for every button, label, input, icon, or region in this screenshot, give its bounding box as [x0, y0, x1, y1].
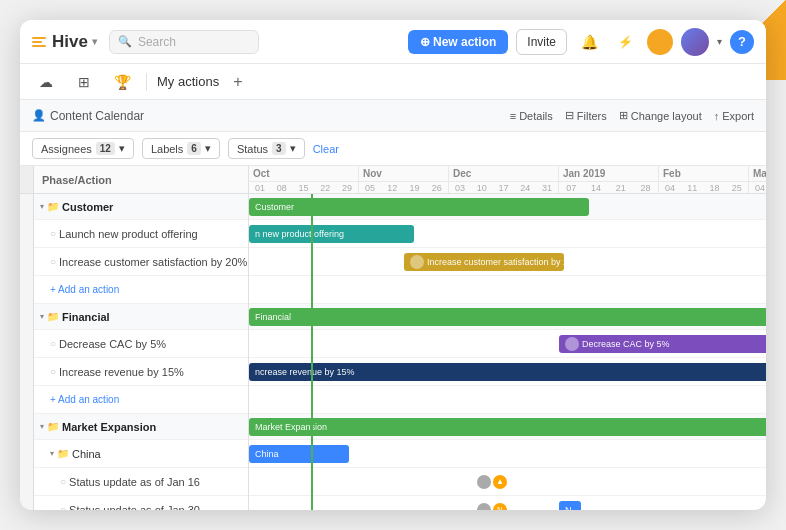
action-label: Status update as of Jan 16 [69, 476, 200, 488]
tasks-icon[interactable]: 🏆 [108, 71, 136, 93]
assignees-chevron-icon: ▾ [119, 142, 125, 155]
notification-icon[interactable]: ⚡ [611, 28, 639, 56]
search-input[interactable]: Search [138, 35, 176, 49]
gantt-bar[interactable]: Decrease CAC by 5% [559, 335, 766, 353]
add-action-button[interactable]: + Add an action [50, 394, 119, 405]
invite-button[interactable]: Invite [516, 29, 567, 55]
labels-filter[interactable]: Labels 6 ▾ [142, 138, 220, 159]
gantt-right-row: NN [249, 496, 766, 510]
status-filter[interactable]: Status 3 ▾ [228, 138, 305, 159]
group-label: Market Expansion [62, 421, 156, 433]
gantt-right-row: ncrease revenue by 15% [249, 358, 766, 386]
row-avatars: N [477, 503, 507, 511]
status-count: 3 [272, 142, 286, 155]
app-logo[interactable]: Hive ▾ [32, 32, 97, 52]
bar-label: Market Expansion [255, 422, 327, 432]
gantt-left-row: ▾📁Customer [34, 194, 248, 220]
grid-icon[interactable]: ⊞ [70, 71, 98, 93]
logo-line-2 [32, 41, 42, 43]
assignees-filter[interactable]: Assignees 12 ▾ [32, 138, 134, 159]
gantt-phase-header: Phase/Action [34, 166, 249, 193]
bar-label: Decrease CAC by 5% [582, 339, 670, 349]
navbar: Hive ▾ 🔍 Search ⊕ New action Invite 🔔 ⚡ … [20, 20, 766, 64]
group-label: Financial [62, 311, 110, 323]
add-tab-button[interactable]: + [229, 73, 246, 91]
assignees-label: Assignees [41, 143, 92, 155]
labels-chevron-icon: ▾ [205, 142, 211, 155]
new-action-button[interactable]: ⊕ New action [408, 30, 509, 54]
status-chevron-icon: ▾ [290, 142, 296, 155]
gantt-bar[interactable]: Market Expansion [249, 418, 766, 436]
gantt-bar[interactable]: ncrease revenue by 15% [249, 363, 766, 381]
month-col-Nov: Nov05121926 [359, 166, 449, 193]
app-title: Hive [52, 32, 88, 52]
bar-avatar [565, 337, 579, 351]
month-col-Dec: Dec0310172431 [449, 166, 559, 193]
logo-chevron-icon: ▾ [92, 36, 97, 47]
details-button[interactable]: ≡ Details [510, 110, 553, 122]
help-button[interactable]: ? [730, 30, 754, 54]
cloud-icon[interactable]: ☁ [32, 71, 60, 93]
gantt-bar[interactable]: Financial [249, 308, 766, 326]
month-col-Jan-2019: Jan 201907142128 [559, 166, 659, 193]
avatar-chevron-icon[interactable]: ▾ [717, 36, 722, 47]
gantt-left-row: ▾📁Financial [34, 304, 248, 330]
gantt-container: Phase/Action Oct0108152229Nov05121926Dec… [20, 166, 766, 510]
avatar[interactable] [681, 28, 709, 56]
toolbar-divider [146, 73, 147, 91]
details-icon: ≡ [510, 110, 516, 122]
month-col-Mar: Mar04111825 [749, 166, 766, 193]
action-label: Decrease CAC by 5% [59, 338, 166, 350]
bar-label: Increase customer satisfaction by 20% [427, 257, 564, 267]
gantt-bar[interactable]: Customer [249, 198, 589, 216]
gantt-right-row: Market Expansion [249, 414, 766, 440]
gantt-bar[interactable]: Increase customer satisfaction by 20% [404, 253, 564, 271]
search-box[interactable]: 🔍 Search [109, 30, 259, 54]
labels-label: Labels [151, 143, 183, 155]
app-window: Hive ▾ 🔍 Search ⊕ New action Invite 🔔 ⚡ … [20, 20, 766, 510]
change-layout-button[interactable]: ⊞ Change layout [619, 109, 702, 122]
labels-count: 6 [187, 142, 201, 155]
gantt-bar-2[interactable]: N [559, 501, 581, 511]
gantt-right-row: Decrease CAC by 5% [249, 330, 766, 358]
add-action-button[interactable]: + Add an action [50, 284, 119, 295]
subtoolbar: 👤 Content Calendar ≡ Details ⊟ Filters ⊞… [20, 100, 766, 132]
gantt-left-row: ○Decrease CAC by 5% [34, 330, 248, 358]
clear-filters-button[interactable]: Clear [313, 143, 339, 155]
export-button[interactable]: ↑ Export [714, 110, 754, 122]
filterbar: Assignees 12 ▾ Labels 6 ▾ Status 3 ▾ Cle… [20, 132, 766, 166]
layout-icon: ⊞ [619, 109, 628, 122]
export-icon: ↑ [714, 110, 720, 122]
gantt-left-row[interactable]: + Add an action [34, 276, 248, 304]
gantt-header: Phase/Action Oct0108152229Nov05121926Dec… [20, 166, 766, 194]
bar-avatar [410, 255, 424, 269]
gantt-bar[interactable]: China [249, 445, 349, 463]
gantt-right-row: Increase customer satisfaction by 20% [249, 248, 766, 276]
gantt-left-row[interactable]: + Add an action [34, 386, 248, 414]
gantt-left-row: ○Increase customer satisfaction by 20% [34, 248, 248, 276]
breadcrumb: 👤 Content Calendar [32, 109, 144, 123]
gantt-left-row: ○Launch new product offering [34, 220, 248, 248]
status-label: Status [237, 143, 268, 155]
filters-button[interactable]: ⊟ Filters [565, 109, 607, 122]
gantt-right-row [249, 386, 766, 414]
logo-lines-icon [32, 37, 46, 47]
gantt-left-row: ○Status update as of Jan 16 [34, 468, 248, 496]
gantt-right-row: China [249, 440, 766, 468]
status-indicator[interactable] [647, 29, 673, 55]
assignees-count: 12 [96, 142, 115, 155]
gantt-rows-right: Customern new product offeringIncrease c… [249, 194, 766, 510]
gantt-bar[interactable]: n new product offering [249, 225, 414, 243]
row-avatars: ▲ [477, 475, 507, 489]
filter-icon: ⊟ [565, 109, 574, 122]
breadcrumb-text: Content Calendar [50, 109, 144, 123]
group-label: Customer [62, 201, 113, 213]
device-wrapper: Hive ▾ 🔍 Search ⊕ New action Invite 🔔 ⚡ … [0, 0, 786, 530]
gantt-rows-left: ▾📁Customer○Launch new product offering○I… [34, 194, 249, 510]
month-col-Feb: Feb04111825 [659, 166, 749, 193]
bell-icon[interactable]: 🔔 [575, 28, 603, 56]
sub-actions: ≡ Details ⊟ Filters ⊞ Change layout ↑ Ex… [510, 109, 754, 122]
action-label: Increase revenue by 15% [59, 366, 184, 378]
action-label: Increase customer satisfaction by 20% [59, 256, 247, 268]
toolbar2: ☁ ⊞ 🏆 My actions + [20, 64, 766, 100]
